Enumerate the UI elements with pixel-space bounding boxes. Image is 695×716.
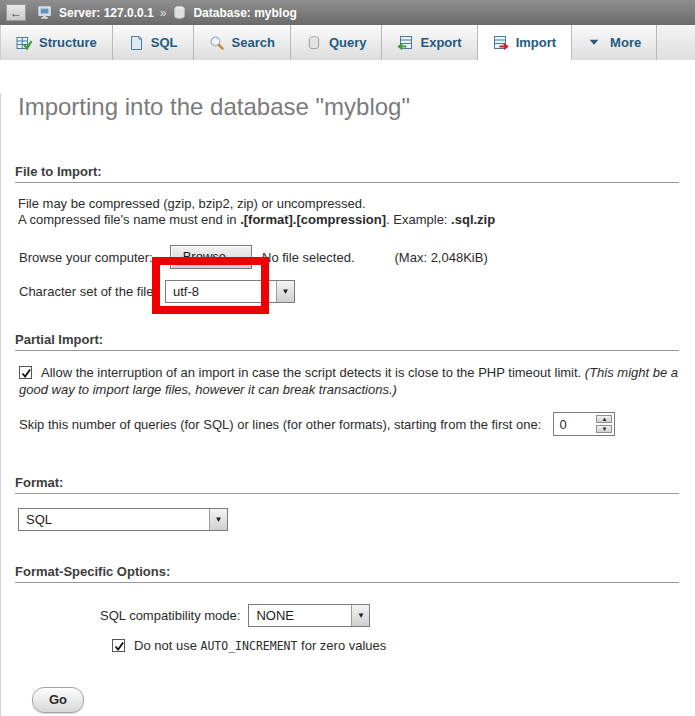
section-title-partial-import: Partial Import: — [15, 332, 679, 351]
auto-increment-option: Do not use AUTO_INCREMENT for zero value… — [112, 638, 681, 653]
charset-label: Character set of the file: — [19, 284, 157, 299]
breadcrumb-bar: ← Server: 127.0.0.1 » Database: myblog — [0, 0, 695, 25]
auto-increment-prefix: Do not use — [134, 638, 201, 653]
line2-format-pattern: .[format].[compression] — [240, 212, 386, 227]
line2-prefix: A compressed file's name must end in — [18, 212, 240, 227]
query-icon — [306, 35, 322, 51]
server-icon — [38, 5, 53, 20]
import-page: Importing into the database "myblog" Fil… — [0, 93, 695, 716]
tab-structure-label: Structure — [39, 35, 97, 50]
skip-spinner: ▲ ▼ — [594, 413, 614, 435]
tab-search[interactable]: Search — [194, 25, 291, 60]
auto-increment-code: AUTO_INCREMENT — [201, 639, 298, 653]
breadcrumb-database[interactable]: Database: myblog — [193, 6, 296, 20]
sql-compatibility-value: NONE — [249, 605, 351, 626]
export-icon — [397, 35, 413, 51]
checkbox-check-icon — [20, 367, 33, 380]
tab-query-label: Query — [329, 35, 367, 50]
section-title-format-specific-options: Format-Specific Options: — [15, 564, 679, 583]
tab-bar: Structure SQL Search Query — [0, 25, 695, 60]
auto-increment-checkbox[interactable] — [112, 639, 125, 652]
database-icon — [172, 5, 187, 20]
browse-row: Browse your computer: Browse… No file se… — [19, 244, 681, 270]
back-button[interactable]: ← — [6, 4, 26, 21]
breadcrumb-server[interactable]: Server: 127.0.0.1 — [59, 6, 154, 20]
line2-mid: . Example: — [386, 212, 451, 227]
tab-export[interactable]: Export — [382, 25, 477, 60]
line2-example: .sql.zip — [451, 212, 495, 227]
tab-import[interactable]: Import — [478, 25, 572, 60]
skip-row: Skip this number of queries (for SQL) or… — [19, 411, 681, 437]
max-size-note: (Max: 2,048KiB) — [395, 250, 488, 265]
browse-label: Browse your computer: — [19, 250, 153, 265]
back-arrow-icon: ← — [10, 6, 22, 20]
go-button[interactable]: Go — [32, 687, 84, 713]
search-icon — [209, 35, 225, 51]
skip-number-value: 0 — [554, 413, 594, 435]
spinner-up-icon[interactable]: ▲ — [596, 415, 612, 423]
interrupt-text: Allow the interruption of an import in c… — [41, 365, 585, 380]
charset-row: Character set of the file: utf-8 ▼ — [19, 279, 681, 303]
chevron-down-icon[interactable]: ▼ — [209, 509, 227, 530]
browse-button[interactable]: Browse… — [170, 245, 252, 269]
spinner-down-icon[interactable]: ▼ — [596, 425, 612, 433]
sql-icon — [128, 35, 144, 51]
checkbox-check-icon — [113, 640, 126, 653]
tab-export-label: Export — [420, 35, 461, 50]
compression-info-line2: A compressed file's name must end in .[f… — [18, 212, 681, 228]
compression-info-line1: File may be compressed (gzip, bzip2, zip… — [18, 196, 681, 212]
page-title: Importing into the database "myblog" — [18, 93, 681, 121]
format-select-value: SQL — [19, 509, 209, 530]
tab-structure[interactable]: Structure — [1, 25, 113, 60]
no-file-selected-text: No file selected. — [262, 250, 355, 265]
section-title-file-to-import: File to Import: — [15, 164, 679, 183]
breadcrumb-separator: » — [160, 6, 167, 20]
tab-query[interactable]: Query — [291, 25, 383, 60]
import-icon — [493, 35, 509, 51]
section-title-format: Format: — [15, 475, 679, 494]
auto-increment-suffix: for zero values — [297, 638, 386, 653]
tab-more[interactable]: More — [572, 25, 657, 60]
format-select[interactable]: SQL ▼ — [18, 508, 228, 531]
skip-label: Skip this number of queries (for SQL) or… — [19, 417, 541, 432]
chevron-down-icon — [587, 35, 603, 51]
charset-select-value: utf-8 — [166, 281, 276, 302]
chevron-down-icon[interactable]: ▼ — [351, 605, 369, 626]
tabbar-filler — [657, 25, 695, 60]
interrupt-checkbox[interactable] — [19, 366, 32, 379]
tab-sql-label: SQL — [151, 35, 178, 50]
chevron-down-icon[interactable]: ▼ — [276, 281, 294, 302]
structure-icon — [16, 35, 32, 51]
sql-compatibility-label: SQL compatibility mode: — [100, 608, 240, 623]
sql-compatibility-row: SQL compatibility mode: NONE ▼ — [100, 603, 681, 627]
skip-number-input[interactable]: 0 ▲ ▼ — [553, 412, 615, 436]
tab-sql[interactable]: SQL — [113, 25, 194, 60]
sql-compatibility-select[interactable]: NONE ▼ — [248, 604, 370, 627]
tab-more-label: More — [610, 35, 641, 50]
interrupt-option: Allow the interruption of an import in c… — [19, 365, 681, 398]
tab-import-label: Import — [516, 35, 556, 50]
tab-search-label: Search — [232, 35, 275, 50]
charset-select[interactable]: utf-8 ▼ — [165, 280, 295, 303]
